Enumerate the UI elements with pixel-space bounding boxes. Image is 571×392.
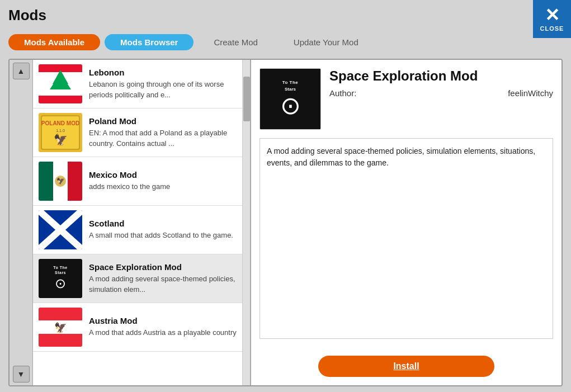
mod-name-mexico: Mexico Mod bbox=[89, 170, 237, 180]
svg-rect-2 bbox=[39, 96, 82, 103]
mod-desc-lebanon: Lebanon is going through one of its wors… bbox=[89, 79, 237, 100]
list-item[interactable]: 🦅 Austria Mod A mod that adds Austria as… bbox=[33, 303, 242, 352]
list-item[interactable]: Lebonon Lebanon is going through one of … bbox=[33, 60, 242, 108]
mod-info-mexico: Mexico Mod adds mexico to the game bbox=[89, 170, 237, 192]
detail-header: To The Stars ⊙ Space Exploration Mod Aut… bbox=[259, 68, 553, 130]
mod-desc-mexico: adds mexico to the game bbox=[89, 182, 237, 192]
mod-desc-space: A mod adding several space-themed polici… bbox=[89, 274, 237, 294]
mod-name-lebanon: Lebonon bbox=[89, 68, 237, 77]
detail-title-area: Space Exploration Mod Author: feelinWitc… bbox=[329, 68, 553, 98]
mod-list-panel: ▲ ▼ bbox=[10, 60, 250, 385]
svg-text:🦅: 🦅 bbox=[56, 177, 65, 185]
svg-rect-11 bbox=[39, 162, 53, 201]
install-button[interactable]: Install bbox=[318, 356, 494, 377]
window-header: Mods bbox=[0, 0, 571, 31]
detail-description-text: A mod adding several space-themed polici… bbox=[267, 147, 535, 167]
mod-name-austria: Austria Mod bbox=[89, 316, 237, 325]
tab-mods-browser[interactable]: Mods Browser bbox=[105, 34, 194, 50]
mod-thumbnail-austria: 🦅 bbox=[39, 308, 82, 347]
scroll-down-button[interactable]: ▼ bbox=[13, 366, 30, 382]
mod-desc-scotland: A small mod that adds Scotland to the ga… bbox=[89, 230, 237, 240]
svg-rect-13 bbox=[68, 162, 82, 201]
scrollbar-thumb[interactable] bbox=[243, 77, 250, 121]
scroll-arrow-column: ▲ ▼ bbox=[10, 60, 33, 385]
tab-mods-available[interactable]: Mods Available bbox=[8, 34, 100, 50]
list-item[interactable]: Scotland A small mod that adds Scotland … bbox=[33, 206, 242, 254]
main-window: ✕ CLOSE Mods Mods Available Mods Browser… bbox=[0, 0, 571, 392]
window-title: Mods bbox=[8, 7, 46, 24]
detail-author-value: feelinWitchy bbox=[508, 88, 553, 98]
tab-update-your-mod[interactable]: Update Your Mod bbox=[278, 34, 374, 50]
mod-info-poland: Poland Mod EN: A mod that add a Poland a… bbox=[89, 116, 237, 148]
tab-bar: Mods Available Mods Browser Create Mod U… bbox=[0, 31, 571, 53]
space-text-to: To The bbox=[53, 266, 67, 270]
scroll-up-button[interactable]: ▲ bbox=[13, 63, 30, 79]
close-button[interactable]: ✕ CLOSE bbox=[533, 0, 571, 38]
detail-author-row: Author: feelinWitchy bbox=[329, 88, 553, 98]
detail-description-box: A mod adding several space-themed polici… bbox=[259, 138, 553, 339]
detail-to-the-stars-1: To The bbox=[282, 80, 299, 85]
detail-title: Space Exploration Mod bbox=[329, 68, 553, 84]
content-area: ▲ ▼ bbox=[8, 59, 563, 386]
mod-desc-poland: EN: A mod that add a Poland as a playabl… bbox=[89, 128, 237, 148]
svg-text:1.1.0: 1.1.0 bbox=[56, 129, 65, 133]
mod-info-space: Space Exploration Mod A mod adding sever… bbox=[89, 262, 237, 294]
detail-thumbnail: To The Stars ⊙ bbox=[259, 68, 321, 130]
svg-text:🦅: 🦅 bbox=[54, 322, 67, 334]
detail-to-the-stars-2: Stars bbox=[285, 87, 296, 92]
mod-thumbnail-space: To The Stars ⊙ bbox=[39, 259, 82, 298]
planet-small-icon: ⊙ bbox=[55, 276, 66, 291]
mod-name-scotland: Scotland bbox=[89, 219, 237, 228]
list-item[interactable]: 🦅 Mexico Mod adds mexico to the game bbox=[33, 157, 242, 206]
tab-create-mod[interactable]: Create Mod bbox=[198, 34, 273, 50]
list-and-scroll-wrapper: ▲ ▼ bbox=[10, 60, 250, 385]
svg-text:POLAND MOD: POLAND MOD bbox=[41, 120, 79, 126]
space-text-stars: Stars bbox=[55, 271, 66, 275]
close-x-icon: ✕ bbox=[545, 6, 560, 24]
mod-thumbnail-mexico: 🦅 bbox=[39, 162, 82, 201]
detail-panel: To The Stars ⊙ Space Exploration Mod Aut… bbox=[250, 60, 561, 385]
detail-author-label: Author: bbox=[329, 88, 356, 98]
mod-info-scotland: Scotland A small mod that adds Scotland … bbox=[89, 219, 237, 240]
mod-thumbnail-lebanon bbox=[39, 64, 82, 103]
scrollbar-track[interactable] bbox=[242, 60, 250, 385]
planet-large-icon: ⊙ bbox=[280, 93, 301, 118]
mod-name-space: Space Exploration Mod bbox=[89, 262, 237, 272]
svg-text:🦅: 🦅 bbox=[54, 133, 68, 147]
mod-list: Lebonon Lebanon is going through one of … bbox=[33, 60, 242, 385]
mod-thumbnail-scotland bbox=[39, 210, 82, 249]
mod-info-lebanon: Lebonon Lebanon is going through one of … bbox=[89, 68, 237, 100]
mod-thumbnail-poland: POLAND MOD 1.1.0 🦅 bbox=[39, 113, 82, 152]
mod-name-poland: Poland Mod bbox=[89, 116, 237, 126]
list-item[interactable]: POLAND MOD 1.1.0 🦅 Poland Mod EN: A mod … bbox=[33, 108, 242, 157]
list-item[interactable]: To The Stars ⊙ Space Exploration Mod A m… bbox=[33, 254, 242, 303]
mod-desc-austria: A mod that adds Austria as a playable co… bbox=[89, 328, 237, 338]
mod-info-austria: Austria Mod A mod that adds Austria as a… bbox=[89, 316, 237, 338]
close-label: CLOSE bbox=[540, 25, 564, 32]
